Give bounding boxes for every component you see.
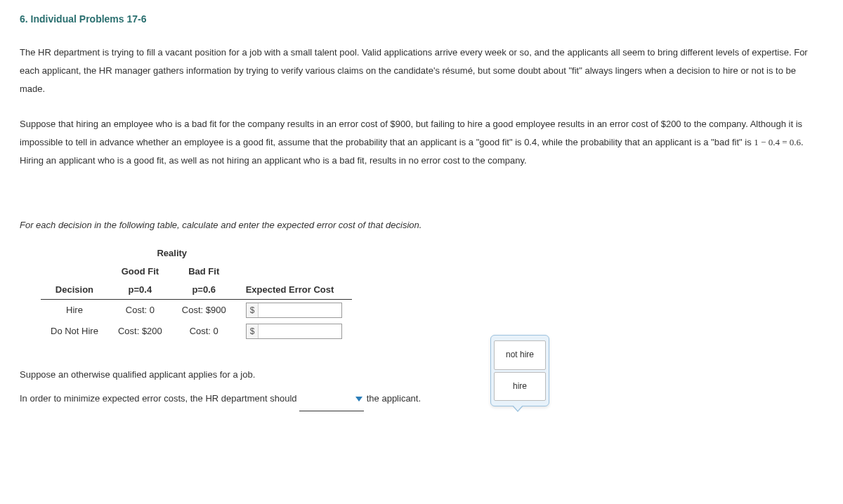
expected-cost-input-nothire[interactable]	[259, 324, 341, 338]
row-label-hire: Hire	[41, 300, 108, 321]
math-expression: 1 − 0.4 = 0.6	[754, 137, 801, 147]
dropdown-option-not-hire[interactable]: not hire	[494, 340, 546, 369]
expected-cost-header: Expected Error Cost	[236, 281, 353, 300]
answer-dropdown[interactable]	[299, 387, 364, 411]
cell-hire-good: Cost: 0	[108, 300, 172, 321]
row-label-not-hire: Do Not Hire	[41, 321, 108, 342]
instruction-text: For each decision in the following table…	[20, 219, 823, 232]
chevron-down-icon	[355, 397, 362, 402]
paragraph-2: Suppose that hiring an employee who is a…	[20, 115, 823, 170]
paragraph-1: The HR department is trying to fill a va…	[20, 44, 823, 98]
bad-fit-header: Bad Fit	[172, 263, 236, 281]
table-row: Hire Cost: 0 Cost: $900 $	[41, 300, 352, 321]
cell-nothire-good: Cost: $200	[108, 321, 172, 342]
expected-cost-input-hire[interactable]	[259, 303, 341, 317]
p-good-header: p=0.4	[108, 281, 172, 300]
currency-prefix: $	[247, 303, 259, 317]
problem-title: 6. Individual Problems 17-6	[20, 13, 823, 27]
question-2-area: not hire hire Suppose an otherwise quali…	[20, 363, 823, 411]
decision-table: Reality Good Fit Bad Fit Decision p=0.4 …	[41, 244, 352, 343]
q2-line1: Suppose an otherwise qualified applicant…	[20, 363, 823, 387]
good-fit-header: Good Fit	[108, 263, 172, 281]
q2-line2: In order to minimize expected error cost…	[20, 387, 823, 411]
cell-nothire-bad: Cost: 0	[172, 321, 236, 342]
decision-header: Decision	[41, 281, 108, 300]
p-bad-header: p=0.6	[172, 281, 236, 300]
para2-part-a: Suppose that hiring an employee who is a…	[20, 119, 802, 147]
q2-line2-prefix: In order to minimize expected error cost…	[20, 393, 299, 404]
cell-hire-bad: Cost: $900	[172, 300, 236, 321]
currency-prefix: $	[247, 324, 259, 338]
table-row: Do Not Hire Cost: $200 Cost: 0 $	[41, 321, 352, 342]
expected-cost-input-nothire-wrap[interactable]: $	[246, 324, 343, 339]
q2-line2-suffix: the applicant.	[364, 393, 421, 404]
dropdown-options-tooltip: not hire hire	[490, 335, 549, 406]
expected-cost-input-hire-wrap[interactable]: $	[246, 303, 343, 318]
reality-header: Reality	[108, 244, 236, 263]
dropdown-option-hire[interactable]: hire	[494, 372, 546, 401]
